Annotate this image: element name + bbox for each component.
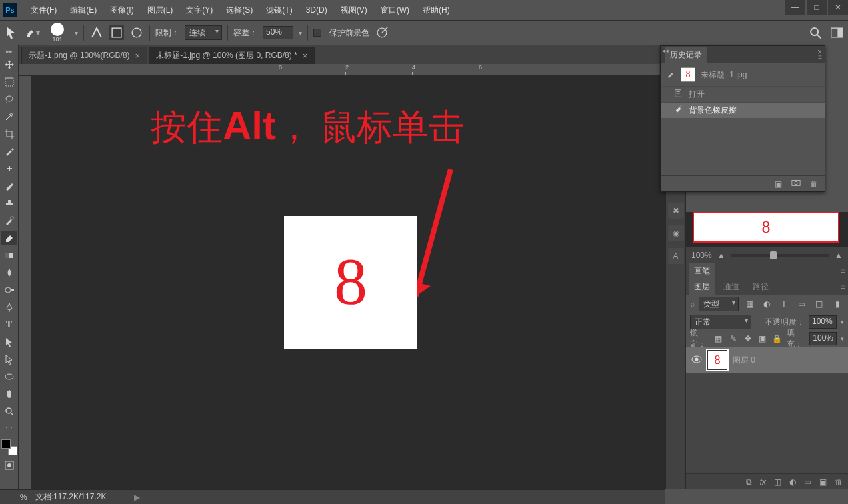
filter-smart-icon[interactable]: ◫ [812,297,825,311]
layer-filter-select[interactable]: 类型 [699,297,739,311]
window-minimize[interactable]: — [785,0,805,15]
menu-view[interactable]: 视图(V) [334,1,374,20]
path-select-tool[interactable] [1,335,17,349]
opacity-input[interactable]: 100% [809,315,837,329]
tolerance-input[interactable]: 50% [263,26,293,39]
menu-filter[interactable]: 滤镜(T) [259,1,299,20]
lock-brush-icon[interactable]: ✎ [728,332,739,345]
layer-style-icon[interactable]: fx [760,477,766,487]
sample-once-icon[interactable] [109,25,124,40]
new-layer-icon[interactable]: ▣ [819,477,827,487]
chevron-down-icon[interactable]: ▾ [841,335,844,342]
libraries-icon[interactable]: ◉ [668,225,684,241]
navigator-thumb[interactable]: 8 [686,212,848,247]
layer-visibility-icon[interactable] [691,355,702,365]
history-step[interactable]: 背景色橡皮擦 [661,102,825,118]
zoom-in-icon[interactable]: ▲ [835,251,843,260]
fill-input[interactable]: 100% [809,332,837,345]
bg-eraser-tool-icon[interactable]: ▾ [25,25,40,40]
foreground-color-swatch[interactable] [1,439,11,449]
search-icon[interactable]: ⌕ [690,299,695,309]
link-layers-icon[interactable]: ⧉ [746,477,752,487]
document-tab[interactable]: 未标题-1.jpg @ 100% (图层 0, RGB/8) * × [149,47,315,64]
search-icon[interactable] [808,25,823,40]
brush-tool[interactable] [1,179,17,193]
quickmask-tool[interactable] [1,458,17,473]
status-zoom[interactable]: % [20,493,27,502]
healing-tool[interactable] [1,161,17,176]
trash-icon[interactable]: 🗑 [835,477,843,487]
gradient-tool[interactable] [1,248,17,263]
window-close[interactable]: ✕ [828,0,848,15]
lock-artboard-icon[interactable]: ▣ [757,332,768,345]
menu-file[interactable]: 文件(F) [24,1,63,20]
wand-tool[interactable] [1,109,17,124]
chevron-down-icon[interactable]: ▾ [75,29,78,37]
character-icon[interactable]: A [668,248,684,264]
create-doc-icon[interactable]: ▣ [775,179,782,189]
layer-row[interactable]: 8 图层 0 [686,347,848,373]
history-tab[interactable]: 历史记录 [665,47,707,63]
lasso-tool[interactable] [1,92,17,107]
sample-bg-icon[interactable] [129,25,144,40]
limit-select[interactable]: 连续 [185,25,222,40]
menu-window[interactable]: 窗口(W) [374,1,416,20]
tab-channels[interactable]: 通道 [718,279,745,295]
color-swatches[interactable] [1,439,17,455]
close-icon[interactable]: × [135,51,141,61]
menu-help[interactable]: 帮助(H) [416,1,457,20]
stamp-tool[interactable] [1,196,17,211]
history-step[interactable]: 打开 [661,86,825,102]
menu-edit[interactable]: 编辑(E) [63,1,103,20]
chevron-down-icon[interactable]: ▾ [299,29,302,37]
layer-mask-icon[interactable]: ◫ [774,477,781,487]
move-tool[interactable] [1,57,17,72]
zoom-tool[interactable] [1,404,17,419]
lock-all-icon[interactable]: 🔒 [772,332,783,345]
panel-menu-icon[interactable]: ≡ [841,266,845,275]
eyedropper-tool[interactable] [1,144,17,159]
filter-image-icon[interactable]: ▦ [743,297,756,311]
snapshot-icon[interactable] [791,179,801,189]
history-panel-head[interactable]: ◂◂ 历史记录 ≡ × [661,46,825,63]
selected-tool-icon[interactable] [5,25,20,40]
close-icon[interactable]: × [303,51,308,61]
history-brush-source-icon[interactable] [666,69,675,81]
sample-continuous-icon[interactable] [89,25,104,40]
navigator-zoom-slider[interactable] [731,254,830,257]
marquee-tool[interactable] [1,75,17,89]
filter-toggle[interactable]: ▮ [831,297,844,311]
history-document-row[interactable]: 8 未标题 -1.jpg [661,63,825,86]
status-flyout-icon[interactable]: ▶ [134,493,140,502]
chevron-down-icon[interactable]: ▾ [841,319,844,325]
window-maximize[interactable]: □ [807,0,827,15]
dodge-tool[interactable] [1,283,17,297]
history-brush-tool[interactable] [1,213,17,228]
collapse-icon[interactable]: ◂◂ [662,47,669,54]
layer-thumbnail[interactable]: 8 [707,350,727,370]
blend-mode-select[interactable]: 正常 [690,315,751,329]
adjustment-layer-icon[interactable]: ◐ [789,477,796,487]
zoom-out-icon[interactable]: ▲ [717,251,725,260]
blur-tool[interactable] [1,265,17,280]
toolbox-more-icon[interactable]: ⋯ [5,424,13,433]
workspace-icon[interactable] [829,25,844,40]
crop-tool[interactable] [1,127,17,141]
filter-adjust-icon[interactable]: ◐ [760,297,773,311]
lock-move-icon[interactable]: ✥ [743,332,753,345]
canvas-wrap[interactable]: 按住Alt， 鼠标单击 8 [19,76,685,489]
group-icon[interactable]: ▭ [804,477,811,487]
toolbox-expand-icon[interactable]: ▸▸ [6,48,13,55]
properties-icon[interactable]: ✖ [668,203,684,219]
tab-layers[interactable]: 图层 [689,279,715,295]
pressure-icon[interactable] [375,25,389,40]
shape-tool[interactable] [1,369,17,384]
horizontal-ruler[interactable]: 0 2 4 6 [19,64,685,76]
menu-layer[interactable]: 图层(L) [141,1,180,20]
trash-icon[interactable]: 🗑 [810,179,818,189]
status-doc-size[interactable]: 文档:117.2K/117.2K [35,491,107,503]
menu-text[interactable]: 文字(Y) [179,1,219,20]
layer-name[interactable]: 图层 0 [733,355,755,366]
layers-empty-area[interactable] [686,373,848,473]
brush-tab[interactable]: 画笔 [689,263,715,279]
